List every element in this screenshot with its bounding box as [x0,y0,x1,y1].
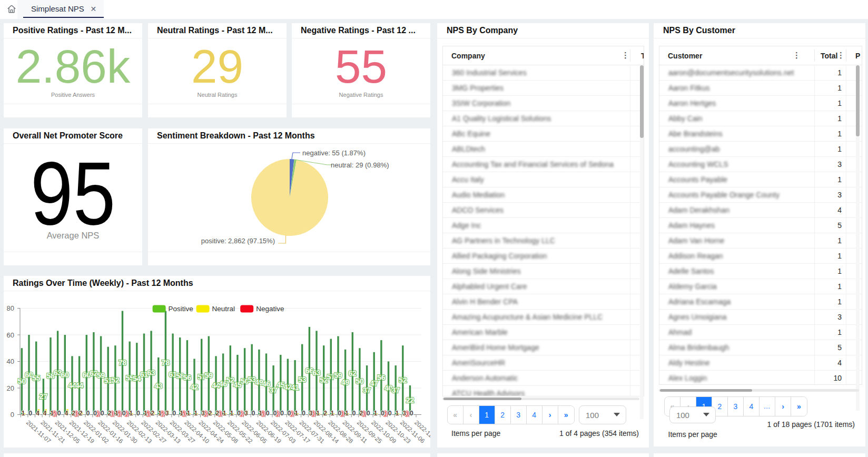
svg-text:2: 2 [323,410,327,417]
svg-text:2: 2 [107,410,111,417]
svg-text:60: 60 [61,371,70,379]
svg-text:80: 80 [7,304,14,312]
svg-text:1: 1 [223,410,226,417]
svg-text:0: 0 [410,410,413,417]
svg-text:56: 56 [377,373,386,382]
svg-text:42: 42 [190,383,199,391]
svg-text:53: 53 [298,375,307,384]
svg-text:1: 1 [115,410,119,417]
svg-text:1: 1 [395,410,399,417]
svg-text:2: 2 [359,410,363,417]
svg-text:0: 0 [288,410,291,417]
svg-text:22: 22 [406,396,415,404]
svg-text:4: 4 [65,410,68,417]
svg-text:negative: 55 (1.87%): negative: 55 (1.87%) [302,149,366,157]
svg-text:78: 78 [119,359,127,367]
svg-text:52: 52 [111,376,120,384]
svg-text:0: 0 [136,410,140,417]
svg-text:3: 3 [402,410,406,417]
svg-text:0: 0 [367,410,370,417]
svg-text:positive: 2,862 (97.15%): positive: 2,862 (97.15%) [201,237,275,245]
svg-text:1: 1 [144,410,147,417]
svg-text:0: 0 [388,410,392,417]
svg-text:0: 0 [57,410,61,417]
svg-text:1: 1 [187,410,191,417]
svg-text:Positive: Positive [169,305,193,313]
svg-text:55: 55 [32,374,41,382]
svg-text:1: 1 [345,410,349,417]
svg-text:40: 40 [7,357,14,365]
svg-text:0: 0 [172,410,176,417]
svg-text:1: 1 [294,410,298,417]
svg-text:50: 50 [356,377,364,385]
svg-text:0: 0 [86,410,90,417]
svg-text:0: 0 [251,410,255,417]
svg-text:43: 43 [154,382,163,390]
svg-text:52: 52 [399,376,407,384]
svg-text:1: 1 [50,410,54,417]
svg-text:4: 4 [43,410,47,417]
svg-text:1: 1 [316,410,320,417]
svg-text:3: 3 [309,410,313,417]
svg-text:37: 37 [391,386,400,394]
svg-text:0: 0 [122,410,126,417]
svg-text:2: 2 [151,410,154,417]
svg-text:1: 1 [22,410,25,417]
svg-text:0: 0 [338,410,341,417]
svg-text:Negative: Negative [256,305,284,313]
svg-text:0: 0 [266,410,270,417]
svg-text:3: 3 [244,410,248,417]
svg-text:60: 60 [7,331,14,339]
svg-text:56: 56 [183,373,192,382]
svg-text:0: 0 [237,410,241,417]
svg-text:0: 0 [273,410,277,417]
svg-text:20: 20 [7,384,14,392]
svg-text:59: 59 [205,371,213,380]
svg-text:2: 2 [72,410,75,417]
svg-text:0: 0 [302,410,305,417]
svg-text:62: 62 [349,369,357,377]
svg-text:neutral: 29 (0.98%): neutral: 29 (0.98%) [331,161,389,169]
svg-text:63: 63 [147,369,155,377]
svg-text:78: 78 [162,359,170,367]
svg-text:1: 1 [374,410,378,417]
svg-text:2: 2 [79,410,83,417]
svg-text:3: 3 [201,410,205,417]
svg-text:Neutral: Neutral [212,305,235,313]
svg-text:0: 0 [381,410,384,417]
svg-text:2: 2 [209,410,212,417]
svg-text:1: 1 [331,410,334,417]
svg-text:0: 0 [280,410,284,417]
svg-text:49: 49 [341,378,350,386]
svg-text:0: 0 [352,410,356,417]
svg-text:0: 0 [93,410,97,417]
svg-text:1: 1 [129,410,133,417]
svg-text:0: 0 [11,411,14,419]
svg-text:0: 0 [28,410,32,417]
svg-text:1: 1 [180,410,183,417]
svg-text:0: 0 [101,410,104,417]
svg-text:1: 1 [259,410,262,417]
svg-text:41: 41 [291,383,299,392]
svg-text:4: 4 [36,410,40,417]
svg-text:3: 3 [165,410,169,417]
svg-text:44: 44 [75,381,84,390]
svg-text:1: 1 [230,410,234,417]
svg-text:1: 1 [158,410,162,417]
svg-text:27: 27 [40,392,48,401]
svg-text:1: 1 [194,410,198,417]
svg-text:2: 2 [215,410,219,417]
